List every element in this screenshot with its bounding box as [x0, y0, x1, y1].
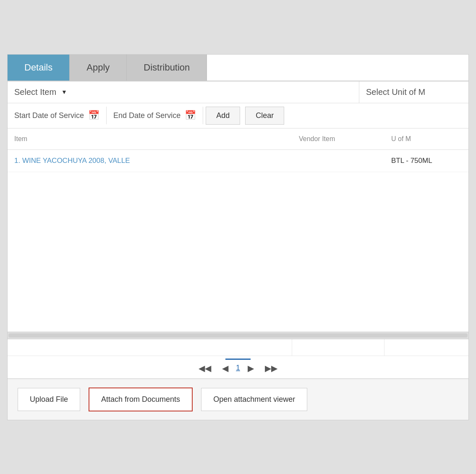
tab-details[interactable]: Details: [8, 55, 70, 81]
grid-cell-sm-1: [384, 339, 468, 356]
scrollbar-track: [8, 333, 468, 338]
attach-documents-button[interactable]: Attach from Documents: [89, 388, 193, 411]
pagination-area: ◀◀ ◀ 1 ▶ ▶▶: [8, 356, 468, 379]
tab-distribution[interactable]: Distribution: [127, 55, 207, 81]
select-unit-dropdown[interactable]: Select Unit of M: [359, 81, 468, 103]
col-header-uom: U of M: [384, 133, 468, 145]
end-date-field[interactable]: End Date of Service 📅: [107, 107, 203, 124]
toolbar-row-1: Select Item ▼ Select Unit of M: [8, 81, 468, 103]
select-unit-label: Select Unit of M: [366, 87, 425, 97]
clear-button[interactable]: Clear: [245, 107, 284, 125]
empty-table-area: [8, 172, 468, 332]
grid-cell-wide-1: [8, 339, 292, 356]
toolbar-row-2: Start Date of Service 📅 End Date of Serv…: [8, 103, 468, 128]
start-calendar-icon[interactable]: 📅: [88, 110, 99, 121]
start-date-label: Start Date of Service: [14, 111, 84, 120]
grid-empty-row-1: [8, 339, 468, 356]
table-row[interactable]: 1. WINE YACOCHUYA 2008, VALLE BTL - 750M…: [8, 150, 468, 172]
first-page-button[interactable]: ◀◀: [195, 362, 214, 374]
grid-cell-mid-1: [292, 339, 384, 356]
prev-page-button[interactable]: ◀: [219, 362, 232, 374]
end-calendar-icon[interactable]: 📅: [185, 110, 196, 121]
table-header: Item Vendor Item U of M: [8, 128, 468, 150]
grid-rows: [8, 339, 468, 356]
select-item-label: Select Item: [14, 87, 56, 97]
open-viewer-button[interactable]: Open attachment viewer: [201, 388, 307, 411]
upload-file-button[interactable]: Upload File: [18, 388, 80, 411]
horizontal-scrollbar[interactable]: [8, 332, 468, 339]
col-header-vendor: Vendor Item: [292, 133, 384, 145]
current-page[interactable]: 1: [236, 364, 240, 372]
pagination-underline: [225, 359, 251, 360]
col-header-item: Item: [8, 133, 292, 145]
add-button[interactable]: Add: [206, 107, 240, 125]
pagination-controls: ◀◀ ◀ 1 ▶ ▶▶: [195, 362, 281, 374]
tab-apply[interactable]: Apply: [70, 55, 127, 81]
main-container: Details Apply Distribution Select Item ▼…: [7, 54, 469, 420]
cell-item-name[interactable]: 1. WINE YACOCHUYA 2008, VALLE: [8, 154, 292, 168]
dropdown-arrow-icon[interactable]: ▼: [61, 89, 67, 95]
last-page-button[interactable]: ▶▶: [262, 362, 281, 374]
next-page-button[interactable]: ▶: [244, 362, 257, 374]
cell-uom-value: BTL - 750ML: [384, 154, 468, 168]
select-item-dropdown[interactable]: Select Item ▼: [8, 81, 359, 103]
tab-bar: Details Apply Distribution: [8, 55, 468, 81]
cell-vendor-item: [292, 154, 384, 168]
end-date-label: End Date of Service: [113, 111, 180, 120]
start-date-field[interactable]: Start Date of Service 📅: [8, 107, 107, 124]
bottom-actions: Upload File Attach from Documents Open a…: [8, 379, 468, 420]
